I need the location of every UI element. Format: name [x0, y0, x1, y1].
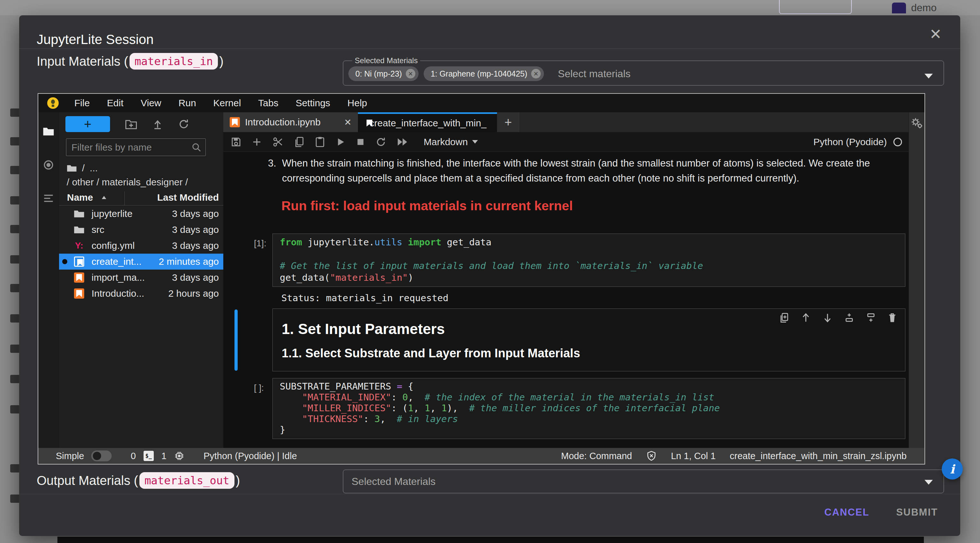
markdown-cell-selected[interactable]: 1. Set Input Parameters 1.1. Select Subs…	[272, 309, 905, 371]
not-trusted-shield-icon[interactable]	[646, 451, 657, 461]
menu-file[interactable]: File	[66, 94, 98, 112]
cell-type-dropdown[interactable]: Markdown	[424, 137, 478, 147]
jupyterlab-body: + /	[38, 112, 924, 448]
interrupt-kernel-icon[interactable]	[356, 137, 365, 146]
file-list-header: Name Last Modified	[59, 191, 223, 205]
breadcrumb-current-path[interactable]: / other / materials_designer /	[67, 177, 188, 188]
refresh-icon[interactable]	[178, 119, 189, 129]
file-row-import-material[interactable]: import_ma... 3 days ago	[59, 269, 223, 285]
material-chip[interactable]: 1: Graphene (mp-1040425) ✕	[424, 66, 544, 81]
info-button[interactable]: i	[942, 459, 963, 479]
cut-cells-icon[interactable]	[272, 137, 283, 147]
restart-kernel-icon[interactable]	[376, 137, 386, 147]
paste-cells-icon[interactable]	[315, 137, 325, 147]
folder-icon	[74, 210, 84, 218]
upload-icon[interactable]	[152, 119, 163, 129]
tab-create-interface[interactable]: create_interface_with_min_	[358, 112, 497, 132]
chevron-down-icon[interactable]	[924, 74, 933, 78]
output-materials-dropdown[interactable]: Selected Materials	[343, 470, 944, 493]
file-row-introduction[interactable]: Introductio... 2 hours ago	[59, 285, 223, 301]
selected-materials-field[interactable]: Selected Materials 0: Ni (mp-23) ✕ 1: Gr…	[343, 56, 944, 86]
new-launcher-button[interactable]: +	[65, 116, 110, 132]
output-dropdown-placeholder: Selected Materials	[352, 476, 436, 487]
background-header-button	[779, 0, 852, 14]
file-row-create-interface-selected[interactable]: create_int... 2 minutes ago	[59, 254, 223, 269]
code-string: "materials_in"	[330, 272, 408, 283]
new-tab-button[interactable]: +	[497, 112, 519, 132]
menu-kernel[interactable]: Kernel	[205, 94, 250, 112]
document-tabbar: Introduction.ipynb ✕ create_interface_wi…	[223, 112, 908, 132]
chip-label: 0: Ni (mp-23)	[355, 69, 402, 78]
notebook-file-icon	[74, 288, 84, 299]
insert-cell-below-icon[interactable]	[866, 313, 876, 323]
menu-help[interactable]: Help	[339, 94, 376, 112]
markdown-list-item[interactable]: 3. When the strain matching is finished,…	[268, 156, 880, 186]
breadcrumb-root[interactable]: /	[82, 163, 84, 174]
tab-introduction[interactable]: Introduction.ipynb ✕	[223, 112, 358, 132]
cancel-button[interactable]: CANCEL	[824, 506, 869, 518]
kernel-indicator[interactable]: Python (Pyodide)	[813, 137, 908, 147]
restart-run-all-icon[interactable]	[397, 137, 408, 146]
cell2-prompt: [ ]:	[254, 383, 264, 393]
menu-settings[interactable]: Settings	[287, 94, 339, 112]
new-folder-icon[interactable]	[126, 119, 137, 129]
code-number: 1	[441, 403, 447, 414]
kernel-status-text[interactable]: Python (Pyodide) | Idle	[204, 451, 297, 461]
code-token: }	[280, 424, 285, 435]
sort-ascending-icon	[102, 196, 107, 199]
terminals-count[interactable]: 0	[131, 451, 136, 461]
background-sidebar-icon	[10, 137, 20, 145]
home-folder-icon[interactable]	[67, 164, 77, 172]
kernels-count[interactable]: 1	[161, 451, 167, 461]
code-number: 1	[425, 403, 430, 414]
save-icon[interactable]	[231, 137, 241, 147]
breadcrumb-ellipsis[interactable]: ...	[90, 163, 98, 174]
close-icon[interactable]: ✕	[929, 27, 942, 41]
running-kernels-tab-icon[interactable]	[38, 154, 59, 176]
menu-tabs[interactable]: Tabs	[250, 94, 287, 112]
menu-run[interactable]: Run	[170, 94, 205, 112]
cell-type-value: Markdown	[424, 137, 468, 147]
column-modified[interactable]: Last Modified	[157, 192, 219, 203]
code-token: : (	[391, 403, 408, 414]
move-cell-down-icon[interactable]	[823, 313, 832, 323]
submit-button[interactable]: SUBMIT	[896, 506, 938, 518]
code-cell-2[interactable]: SUBSTRATE_PARAMETERS = { "MATERIAL_INDEX…	[272, 378, 905, 439]
run-cell-icon[interactable]	[336, 137, 345, 147]
insert-cell-above-icon[interactable]	[845, 313, 854, 323]
delete-cell-icon[interactable]	[888, 313, 897, 323]
copy-cells-icon[interactable]	[294, 137, 304, 147]
chevron-down-icon	[472, 140, 478, 143]
code-comment: # the miller indices of the interfacial …	[458, 403, 720, 414]
filter-files-input[interactable]	[66, 139, 205, 156]
tab-close-icon[interactable]: ✕	[344, 117, 352, 127]
simple-mode-toggle[interactable]	[91, 451, 111, 461]
column-name[interactable]: Name	[67, 192, 107, 203]
file-row-jupyterlite[interactable]: jupyterlite 3 days ago	[59, 206, 223, 222]
select-materials-placeholder[interactable]: Select materials	[558, 68, 631, 80]
run-first-heading[interactable]: Run first: load input materials in curre…	[282, 199, 573, 213]
chip-remove-icon[interactable]: ✕	[531, 69, 541, 78]
file-browser-tab-icon[interactable]	[38, 120, 59, 142]
table-of-contents-tab-icon[interactable]	[38, 188, 59, 210]
gear-icon[interactable]	[911, 117, 923, 129]
file-row-src[interactable]: src 3 days ago	[59, 222, 223, 238]
duplicate-cell-icon[interactable]	[780, 313, 789, 323]
file-name: src	[92, 224, 104, 235]
command-mode-indicator[interactable]: Mode: Command	[561, 451, 632, 461]
insert-cell-icon[interactable]	[252, 137, 262, 147]
menu-view[interactable]: View	[132, 94, 170, 112]
move-cell-up-icon[interactable]	[801, 313, 811, 323]
material-chip[interactable]: 0: Ni (mp-23) ✕	[348, 66, 418, 81]
code-token: {	[402, 381, 414, 392]
code-cell-1[interactable]: from jupyterlite.utils import get_data #…	[272, 234, 905, 287]
file-modified: 3 days ago	[172, 224, 219, 235]
menu-edit[interactable]: Edit	[98, 94, 132, 112]
cursor-position-indicator[interactable]: Ln 1, Col 1	[671, 451, 716, 461]
code-token: :	[363, 414, 374, 424]
cell-hover-toolbar	[780, 313, 897, 323]
chip-remove-icon[interactable]: ✕	[406, 69, 415, 78]
code-string: "THICKNESS"	[302, 414, 363, 424]
selected-materials-legend: Selected Materials	[352, 56, 420, 65]
file-row-config-yml[interactable]: Y: config.yml 3 days ago	[59, 238, 223, 254]
